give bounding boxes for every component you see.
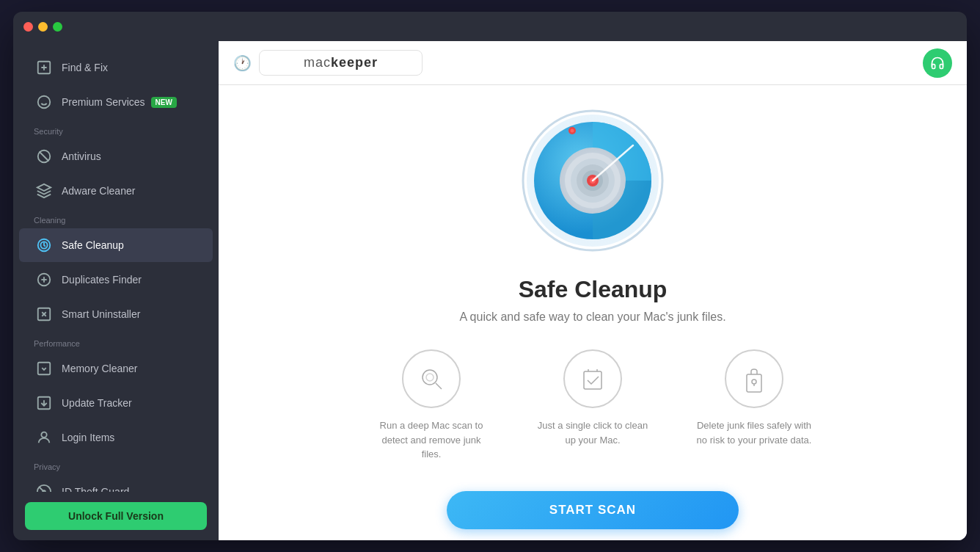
feature-title: Safe Cleanup [519, 276, 668, 303]
section-performance-label: Performance [13, 332, 219, 351]
svg-line-7 [40, 152, 49, 161]
sidebar-item-login-items[interactable]: Login Items [19, 421, 213, 454]
deep-scan-icon [402, 349, 461, 408]
find-fix-icon [34, 57, 54, 78]
sidebar-item-label: Premium Services [62, 96, 145, 108]
titlebar [13, 12, 967, 41]
feature-item-safe: Delete junk files safely with no risk to… [695, 349, 813, 447]
deep-scan-text: Run a deep Mac scan to detect and remove… [373, 418, 490, 462]
safe-cleanup-icon [34, 235, 54, 255]
sidebar-item-antivirus[interactable]: Antivirus [19, 139, 213, 173]
svg-line-40 [436, 383, 442, 389]
single-click-icon [563, 349, 622, 408]
sidebar-item-label: Duplicates Finder [62, 274, 142, 286]
notification-button[interactable] [923, 48, 952, 78]
update-tracker-icon [34, 393, 54, 413]
feature-item-clean: Just a single click to clean up your Mac… [534, 349, 651, 447]
memory-cleaner-icon [34, 358, 54, 379]
duplicates-icon [34, 269, 54, 290]
maximize-button[interactable] [53, 22, 62, 32]
sidebar-item-label: Adware Cleaner [62, 185, 135, 197]
sidebar-bottom: Unlock Full Version [13, 492, 219, 540]
brand-keeper: keeper [331, 55, 378, 70]
section-cleaning-label: Cleaning [13, 208, 219, 228]
sidebar-item-label: Update Tracker [62, 397, 132, 409]
sidebar-item-premium[interactable]: Premium Services NEW [19, 85, 213, 119]
header-left: 🕐 mackeeper [233, 50, 423, 76]
smart-uninstaller-icon [34, 304, 54, 324]
svg-point-41 [426, 374, 434, 381]
sidebar-item-label: Find & Fix [62, 62, 108, 73]
safe-delete-icon [725, 349, 783, 408]
new-badge: NEW [151, 97, 177, 108]
sidebar-item-duplicates[interactable]: Duplicates Finder [19, 263, 213, 297]
svg-point-19 [41, 432, 46, 437]
scanner-icon [519, 107, 666, 254]
id-theft-icon [34, 482, 54, 492]
antivirus-icon [34, 146, 54, 167]
feature-subtitle: A quick and safe way to clean your Mac's… [459, 310, 725, 324]
main-content: Safe Cleanup A quick and safe way to cle… [219, 85, 967, 540]
sidebar-item-adware[interactable]: Adware Cleaner [19, 174, 213, 208]
sidebar-item-id-theft[interactable]: ID Theft Guard [19, 475, 213, 492]
safe-delete-text: Delete junk files safely with no risk to… [695, 418, 813, 447]
brand-mac: mac [304, 55, 331, 70]
traffic-lights [23, 22, 62, 32]
feature-item-scan: Run a deep Mac scan to detect and remove… [373, 349, 490, 462]
minimize-button[interactable] [38, 22, 48, 32]
clock-icon: 🕐 [233, 54, 252, 72]
sidebar-nav: Find & Fix Premium Services NEW Security [13, 41, 219, 492]
main-header: 🕐 mackeeper [219, 41, 967, 85]
feature-icons-row: Run a deep Mac scan to detect and remove… [373, 349, 813, 462]
section-privacy-label: Privacy [13, 455, 219, 474]
sidebar-item-update-tracker[interactable]: Update Tracker [19, 386, 213, 420]
app-body: Find & Fix Premium Services NEW Security [13, 41, 967, 540]
svg-point-3 [38, 96, 51, 109]
main-panel: 🕐 mackeeper [219, 41, 967, 540]
adware-icon [34, 181, 54, 201]
sidebar-item-memory-cleaner[interactable]: Memory Cleaner [19, 352, 213, 385]
sidebar-item-label: Safe Cleanup [62, 239, 124, 251]
section-security-label: Security [13, 120, 219, 139]
single-click-text: Just a single click to clean up your Mac… [534, 418, 651, 447]
sidebar-item-label: Memory Cleaner [62, 363, 137, 374]
login-items-icon [34, 427, 54, 448]
sidebar-item-label: Antivirus [62, 150, 101, 162]
app-window: Find & Fix Premium Services NEW Security [13, 12, 967, 540]
close-button[interactable] [23, 22, 33, 32]
svg-point-39 [423, 370, 437, 385]
svg-rect-44 [747, 374, 761, 392]
brand-logo: mackeeper [259, 50, 423, 76]
sidebar-item-smart-uninstaller[interactable]: Smart Uninstaller [19, 297, 213, 331]
sidebar-item-find-fix[interactable]: Find & Fix [19, 51, 213, 84]
premium-icon [34, 92, 54, 112]
sidebar-item-label: Smart Uninstaller [62, 308, 140, 320]
start-scan-button[interactable]: START SCAN [447, 491, 739, 529]
unlock-full-version-button[interactable]: Unlock Full Version [25, 502, 207, 530]
sidebar-item-safe-cleanup[interactable]: Safe Cleanup [19, 228, 213, 262]
sidebar-item-label: ID Theft Guard [62, 486, 129, 492]
svg-point-45 [752, 380, 756, 384]
svg-point-37 [571, 129, 574, 133]
sidebar: Find & Fix Premium Services NEW Security [13, 41, 219, 540]
svg-rect-16 [38, 363, 51, 375]
sidebar-item-label: Login Items [62, 432, 114, 443]
